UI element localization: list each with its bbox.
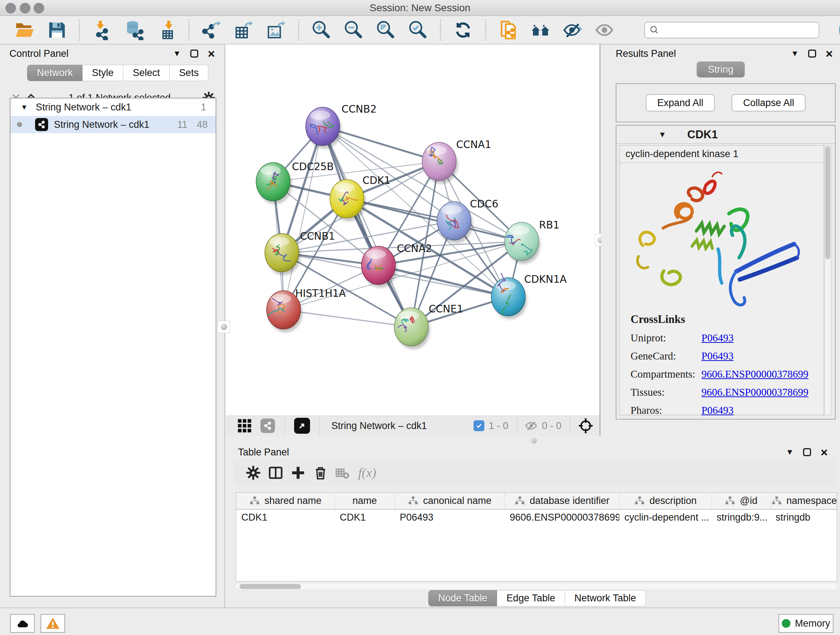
crosslink-link[interactable]: 9606.ENSP00000378699 [701, 386, 808, 398]
hide-selected-eye-icon[interactable] [562, 20, 583, 40]
cell-canonical-name[interactable]: P06493 [395, 509, 505, 525]
show-columns-icon[interactable] [268, 465, 284, 481]
import-network-file-icon[interactable] [92, 20, 112, 40]
table-splitter-handle[interactable] [531, 438, 537, 443]
column-header-shared-name[interactable]: shared name [236, 493, 335, 509]
traffic-light-zoom[interactable] [34, 3, 44, 13]
crosslink-label: Compartments: [630, 368, 701, 380]
control-panel-undock-icon[interactable] [190, 50, 198, 57]
network-canvas[interactable]: CCNB2CCNA1CDC25BCDK1CDC6RB1CCNB1CCNA2CDK… [226, 44, 600, 416]
table-horizontal-scrollbar[interactable] [236, 584, 837, 589]
table-row[interactable]: CDK1 CDK1 P06493 9606.ENSP00000378699 cy… [236, 509, 837, 525]
open-session-icon[interactable] [14, 20, 35, 40]
results-panel-float-icon[interactable]: ▼ [791, 49, 799, 58]
control-panel-close-icon[interactable]: × [208, 50, 215, 57]
collapse-all-button[interactable]: Collapse All [731, 94, 806, 111]
table-panel-float-icon[interactable]: ▼ [786, 448, 794, 457]
import-network-database-icon[interactable] [124, 20, 144, 40]
table-scrollbar-thumb[interactable] [240, 584, 301, 589]
import-table-file-icon[interactable] [156, 20, 177, 40]
tab-node-table[interactable]: Node Table [428, 590, 497, 606]
table-panel-title: Table Panel [238, 447, 289, 458]
cell-shared-name[interactable]: CDK1 [236, 509, 335, 525]
network-node-CDC6[interactable]: CDC6 [437, 198, 498, 243]
table-options-gear-icon[interactable] [245, 465, 261, 481]
table-panel-close-icon[interactable]: × [821, 448, 828, 456]
expand-all-button[interactable]: Expand All [646, 94, 715, 111]
column-header-description[interactable]: description [619, 493, 712, 509]
birds-eye-view-icon[interactable] [294, 418, 310, 434]
fit-content-crosshair-icon[interactable] [578, 418, 594, 434]
results-panel-close-icon[interactable]: × [826, 50, 833, 57]
selected-checkbox-icon[interactable] [474, 420, 485, 431]
column-header-database-identifier[interactable]: database identifier [505, 493, 619, 509]
network-node-CCNA1[interactable]: CCNA1 [422, 139, 491, 184]
network-node-HIST1H1A[interactable]: HIST1H1A [267, 287, 346, 333]
network-edge[interactable] [284, 126, 323, 310]
table-panel-undock-icon[interactable] [803, 448, 811, 456]
network-node-CCNB2[interactable]: CCNB2 [306, 103, 377, 149]
refresh-icon[interactable] [453, 20, 473, 40]
column-header-id[interactable]: @id [712, 493, 771, 509]
cell-name[interactable]: CDK1 [335, 509, 395, 525]
export-table-icon[interactable] [234, 20, 254, 40]
network-node-CDKN1A[interactable]: CDKN1A [491, 273, 567, 319]
warning-status-button[interactable] [41, 614, 65, 633]
clone-network-icon[interactable] [498, 20, 518, 40]
crosslink-link[interactable]: P06493 [701, 404, 734, 416]
tab-edge-table[interactable]: Edge Table [497, 590, 565, 606]
network-row[interactable]: String Network – cdk1 11 48 [11, 116, 216, 133]
cloud-status-button[interactable] [10, 614, 35, 633]
column-header-canonical-name[interactable]: canonical name [395, 493, 505, 509]
network-collection-row[interactable]: ▼ String Network – cdk1 1 [11, 98, 216, 116]
results-panel-undock-icon[interactable] [808, 50, 816, 57]
control-panel-float-icon[interactable]: ▼ [173, 49, 181, 58]
show-hidden-eye-icon[interactable] [595, 20, 615, 40]
search-input[interactable] [662, 25, 814, 36]
crosslink-link[interactable]: P06493 [701, 350, 734, 362]
export-network-icon[interactable] [202, 20, 222, 40]
network-edge[interactable] [284, 310, 411, 327]
save-session-icon[interactable] [47, 20, 67, 40]
grid-view-icon[interactable] [237, 418, 253, 434]
network-node-CDK1[interactable]: CDK1 [330, 174, 390, 221]
tab-select[interactable]: Select [123, 65, 170, 81]
network-node-RB1[interactable]: RB1 [505, 219, 559, 264]
cell-description[interactable]: cyclin-dependent ... [619, 509, 712, 525]
column-header-namespace[interactable]: namespace [771, 493, 837, 509]
cell-database-identifier[interactable]: 9606.ENSP00000378699 [505, 509, 619, 525]
tab-network[interactable]: Network [27, 65, 82, 81]
control-splitter-handle[interactable] [218, 321, 230, 333]
create-column-plus-icon[interactable] [290, 465, 306, 481]
zoom-fit-icon[interactable] [376, 20, 396, 40]
delete-column-trash-icon[interactable] [313, 465, 328, 481]
network-node-CCNB1[interactable]: CCNB1 [265, 230, 335, 275]
cell-id[interactable]: stringdb:9... [712, 509, 771, 525]
network-node-CCNE1[interactable]: CCNE1 [394, 303, 463, 349]
network-share-view-icon[interactable] [261, 418, 275, 433]
export-image-icon[interactable] [266, 20, 286, 40]
tab-network-table[interactable]: Network Table [565, 590, 646, 606]
gene-entry-header[interactable]: ▼ CDK1 [616, 126, 835, 144]
results-scrollbar[interactable] [824, 145, 831, 415]
zoom-selected-icon[interactable] [408, 20, 428, 40]
tab-string[interactable]: String [697, 62, 745, 78]
column-header-name[interactable]: name [335, 493, 395, 509]
gene-disclosure-icon[interactable]: ▼ [658, 130, 666, 139]
cell-namespace[interactable]: stringdb [771, 509, 837, 525]
traffic-light-close[interactable] [5, 3, 16, 13]
tab-style[interactable]: Style [82, 65, 123, 81]
results-scrollbar-thumb[interactable] [825, 146, 830, 259]
zoom-out-icon[interactable] [343, 20, 363, 40]
gene-description: cyclin-dependent kinase 1 [620, 146, 824, 163]
tab-sets[interactable]: Sets [170, 65, 208, 81]
memory-button[interactable]: Memory [778, 614, 834, 633]
zoom-in-icon[interactable] [311, 20, 332, 40]
toolbar-separator [440, 19, 441, 41]
crosslink-link[interactable]: P06493 [701, 332, 734, 344]
collection-disclosure-icon[interactable]: ▼ [21, 103, 28, 111]
traffic-light-minimize[interactable] [20, 3, 30, 13]
crosslink-link[interactable]: 9606.ENSP00000378699 [701, 368, 808, 380]
first-neighbors-icon[interactable] [531, 20, 551, 40]
network-node-CDC25B[interactable]: CDC25B [256, 161, 334, 204]
